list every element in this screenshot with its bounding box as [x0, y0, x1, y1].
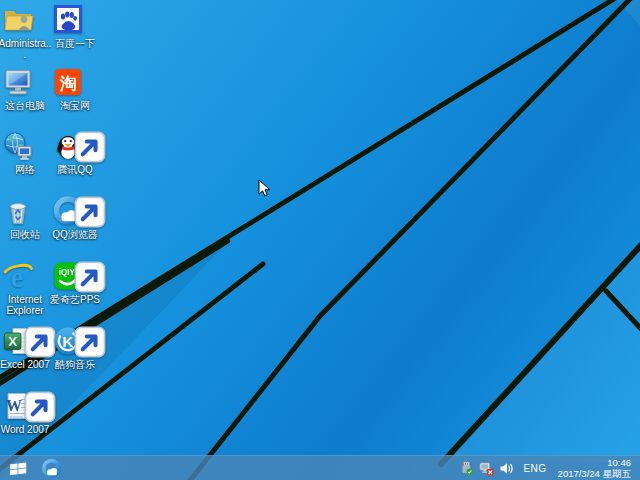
baidu-paw-icon — [52, 4, 98, 36]
desktop-icon-word[interactable]: Word 2007 — [2, 390, 48, 435]
desktop[interactable]: { "desktop": { "icons": [ {"id":"user-fo… — [0, 0, 640, 480]
taskbar: ENG 10:46 2017/3/24 星期五 — [0, 455, 640, 480]
desktop-icon-tencent-qq[interactable]: 腾讯QQ — [52, 130, 98, 175]
qq-browser-icon — [52, 195, 98, 227]
volume-icon[interactable] — [499, 461, 514, 476]
desktop-icon-label: Internet Explorer — [0, 294, 52, 316]
desktop-icon-network[interactable]: 网络 — [2, 130, 48, 175]
desktop-icon-grid: Administra... 百度一下 这台电脑 淘宝网 网络 — [0, 0, 640, 455]
desktop-icon-label: 回收站 — [0, 229, 52, 240]
desktop-icon-taobao[interactable]: 淘宝网 — [52, 66, 98, 111]
shortcut-arrow-icon — [74, 326, 106, 358]
desktop-icon-label: 这台电脑 — [0, 100, 52, 111]
desktop-icon-label: 爱奇艺PPS — [48, 294, 102, 305]
desktop-icon-qq-browser[interactable]: QQ浏览器 — [52, 195, 98, 240]
desktop-icon-kugou[interactable]: 酷狗音乐 — [52, 325, 98, 370]
desktop-icon-excel[interactable]: Excel 2007 — [2, 325, 48, 370]
usb-safely-remove-icon[interactable] — [459, 461, 474, 476]
desktop-icon-recycle-bin[interactable]: 回收站 — [2, 195, 48, 240]
language-indicator[interactable]: ENG — [519, 463, 550, 474]
taskbar-qq-browser-button[interactable] — [36, 456, 66, 480]
desktop-icon-label: 酷狗音乐 — [48, 359, 102, 370]
qq-penguin-icon — [52, 130, 98, 162]
desktop-icon-label: Excel 2007 — [0, 359, 52, 370]
start-button[interactable] — [0, 456, 36, 480]
desktop-icon-label: 网络 — [0, 164, 52, 175]
computer-icon — [2, 66, 48, 98]
windows-logo-icon — [10, 461, 27, 476]
shortcut-arrow-icon — [74, 196, 106, 228]
user-folder-icon — [2, 4, 48, 36]
desktop-icon-label: 百度一下 — [48, 38, 102, 49]
desktop-icon-user-folder[interactable]: Administra... — [2, 4, 48, 60]
clock-date: 2017/3/24 星期五 — [558, 468, 631, 479]
shortcut-arrow-icon — [74, 131, 106, 163]
network-globe-icon — [2, 130, 48, 162]
desktop-icon-label: Administra... — [0, 38, 52, 60]
desktop-icon-label: 淘宝网 — [48, 100, 102, 111]
qq-browser-icon — [41, 458, 62, 479]
excel-icon — [2, 325, 48, 357]
iqiyi-icon — [52, 260, 98, 292]
desktop-icon-internet-explorer[interactable]: Internet Explorer — [2, 260, 48, 316]
internet-explorer-icon — [2, 260, 48, 292]
desktop-icon-label: 腾讯QQ — [48, 164, 102, 175]
shortcut-arrow-icon — [24, 391, 56, 423]
desktop-icon-baidu[interactable]: 百度一下 — [52, 4, 98, 49]
desktop-icon-label: Word 2007 — [0, 424, 52, 435]
clock-time: 10:46 — [558, 457, 631, 468]
word-icon — [2, 390, 48, 422]
shortcut-arrow-icon — [74, 261, 106, 293]
recycle-bin-icon — [2, 195, 48, 227]
desktop-icon-this-pc[interactable]: 这台电脑 — [2, 66, 48, 111]
kugou-music-icon — [52, 325, 98, 357]
system-tray: ENG 10:46 2017/3/24 星期五 — [459, 456, 640, 480]
network-disconnected-icon[interactable] — [479, 461, 494, 476]
taskbar-clock[interactable]: 10:46 2017/3/24 星期五 — [556, 457, 635, 479]
desktop-icon-label: QQ浏览器 — [48, 229, 102, 240]
taobao-icon — [52, 66, 98, 98]
desktop-icon-iqiyi[interactable]: 爱奇艺PPS — [52, 260, 98, 305]
